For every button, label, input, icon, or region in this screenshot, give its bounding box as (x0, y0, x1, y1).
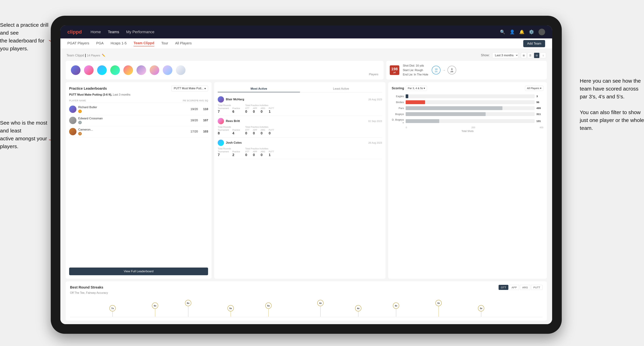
ap-practice-activities-1: Total Practice Activities OTT 0 APP 0 (245, 104, 274, 114)
player-avatar-6[interactable] (136, 65, 146, 75)
ott-filter-button[interactable]: OTT (498, 285, 508, 290)
streaks-filters: OTT APP ARG PUTT (498, 285, 542, 290)
streak-stem-1 (155, 309, 155, 317)
edit-icon[interactable]: ✏️ (102, 54, 105, 57)
team-header: Team Clippd | 14 Players ✏️ Show: Last 3… (66, 52, 547, 58)
grid-view-icon[interactable]: ⊞ (521, 53, 526, 58)
player-avatar-9[interactable] (176, 65, 186, 75)
leaderboard-row-1[interactable]: Richard Butler 1 19/20 110 (69, 104, 208, 115)
ap-stats-2: Total Rounds Tournament 8 Practice 4 (218, 126, 382, 135)
annotation-bottom-left: See who is the most and leastactive amon… (0, 119, 51, 150)
putt-filter-button[interactable]: PUTT (531, 285, 542, 290)
activity-player-2: Rees Britt 02 Sep 2023 Total Rounds Tour… (218, 116, 382, 138)
ap-rounds-values-3: Tournament 7 Practice 2 (218, 151, 240, 157)
player-avatar-8[interactable] (163, 65, 172, 75)
add-team-button[interactable]: Add Team (523, 40, 545, 47)
bar-track-eagles (406, 94, 534, 98)
subnav-tour[interactable]: Tour (161, 41, 168, 46)
streak-dot-label-3: 5x (228, 305, 234, 311)
drill-dropdown[interactable]: PUTT Must Make Putt... ▾ (172, 86, 208, 91)
avatar[interactable] (538, 29, 545, 35)
view-full-leaderboard-button[interactable]: View Full Leaderboard (69, 268, 208, 275)
annotation-top-left: Select a practice drill and seethe leade… (0, 21, 51, 52)
lb-avatar-3 (69, 128, 76, 135)
subnav-hcaps[interactable]: Hcaps 1-5 (110, 41, 126, 46)
shot-to-circle: 0 yds (448, 66, 456, 74)
bar-track-birdies (406, 100, 534, 104)
leaderboard-row-3[interactable]: Cameron... 3 17/20 103 (69, 126, 208, 137)
scoring-panel: Scoring Par 3, 4 & 5s ▾ All Players ▾ Ea… (388, 82, 547, 279)
show-select[interactable]: Last 3 months Last month Last 6 months L… (492, 52, 518, 58)
par-filter-dropdown[interactable]: Par 3, 4 & 5s ▾ (406, 86, 427, 91)
show-label: Show: (481, 53, 490, 57)
bar-row-bogeys: Bogeys 311 (392, 112, 544, 116)
table-header: PLAYER NAME PB SCORE PB AVG SQ (69, 98, 208, 103)
chart-axis: 0 200 400 (392, 126, 544, 129)
bar-track-dbogeys (406, 119, 534, 123)
players-label: Players (369, 73, 378, 76)
streak-stem-9 (481, 311, 481, 317)
activity-tabs: Most Active Least Active (218, 86, 382, 92)
tab-most-active[interactable]: Most Active (218, 86, 300, 92)
search-icon[interactable]: 🔍 (500, 29, 505, 34)
player-avatar-1[interactable] (71, 65, 80, 75)
nav-teams[interactable]: Teams (108, 30, 119, 34)
bar-row-pars: Pars 499 (392, 106, 544, 110)
subnav-pgat[interactable]: PGAT Players (68, 41, 89, 46)
subnav-team-clippd[interactable]: Team Clippd (134, 41, 154, 46)
nav-performance[interactable]: My Performance (126, 30, 154, 34)
bar-row-dbogeys: D. Bogeys + 131 (392, 118, 544, 124)
streak-dot-9: 3x (478, 305, 484, 317)
user-icon[interactable]: 👤 (510, 29, 515, 34)
leaderboard-row-2[interactable]: Edward Crossman 2 18/20 107 (69, 115, 208, 126)
app-filter-button[interactable]: APP (509, 285, 519, 290)
lb-avatar-2 (69, 117, 76, 124)
streaks-section: Best Round Streaks OTT APP ARG PUTT Off … (66, 281, 547, 321)
ap-tournament-col-3: Tournament 7 (218, 151, 229, 157)
player-avatar-7[interactable] (150, 65, 159, 75)
ap-app-1: APP 0 (253, 107, 257, 114)
players-filter-dropdown[interactable]: All Players ▾ (525, 86, 544, 91)
ap-ott-2: OTT 0 (245, 129, 249, 135)
bar-fill-eagles (406, 94, 408, 98)
streaks-chart: 7x 6x 6x 5x 5x 4x 4x 4x 3x 3x (70, 296, 542, 317)
list-view-icon[interactable]: ☰ (528, 53, 533, 58)
streak-dot-label-2: 6x (185, 300, 191, 306)
detail-view-icon[interactable]: ↕ (540, 53, 546, 58)
nav-right: 🔍 👤 🔔 ⚙️ (500, 29, 545, 35)
lb-avatar-1 (69, 106, 76, 113)
settings-icon[interactable]: ⚙️ (529, 29, 534, 34)
ap-ott-3: OTT 0 (245, 151, 249, 157)
arg-filter-button[interactable]: ARG (520, 285, 530, 290)
bell-icon[interactable]: 🔔 (519, 29, 524, 34)
tab-least-active[interactable]: Least Active (300, 86, 382, 92)
shot-arrow-icon: → (442, 68, 446, 72)
ap-tournament-col-1: Tournament 7 (218, 107, 229, 114)
ap-putt-3: PUTT 1 (268, 151, 274, 157)
ap-putt-1: PUTT 1 (268, 107, 274, 114)
streaks-title: Best Round Streaks (70, 285, 103, 289)
nav-logo: clippd (68, 29, 82, 35)
ap-rounds-2: Total Rounds Tournament 8 Practice 4 (218, 126, 240, 135)
player-avatar-2[interactable] (84, 65, 94, 75)
ap-rounds-3: Total Rounds Tournament 7 Practice 2 (218, 147, 240, 157)
sub-nav: PGAT Players PGA Hcaps 1-5 Team Clippd T… (60, 38, 552, 49)
streak-dot-1: 6x (152, 303, 158, 317)
ap-ott-1: OTT 0 (245, 107, 249, 114)
player-avatar-5[interactable] (123, 65, 133, 75)
streak-dot-5: 4x (317, 300, 324, 317)
activity-player-header-3: Josh Coles 26 Aug 2023 (218, 140, 382, 146)
tablet-frame: clippd Home Teams My Performance 🔍 👤 🔔 ⚙… (51, 16, 562, 334)
subnav-all-players[interactable]: All Players (175, 41, 192, 46)
ap-avatar-1 (218, 96, 224, 103)
subnav-pga[interactable]: PGA (96, 41, 104, 46)
player-avatar-3[interactable] (97, 65, 107, 75)
player-avatar-4[interactable] (110, 65, 120, 75)
ap-practice-activities-2: Total Practice Activities OTT 0 APP 0 (245, 126, 274, 135)
activity-player-header-2: Rees Britt 02 Sep 2023 (218, 118, 382, 124)
card-view-icon[interactable]: ⊟ (534, 53, 540, 58)
nav-home[interactable]: Home (90, 30, 101, 34)
streaks-subtitle: Off The Tee, Fairway Accuracy (70, 291, 542, 295)
main-content: Team Clippd | 14 Players ✏️ Show: Last 3… (60, 49, 552, 324)
scoring-title: Scoring (392, 86, 404, 90)
